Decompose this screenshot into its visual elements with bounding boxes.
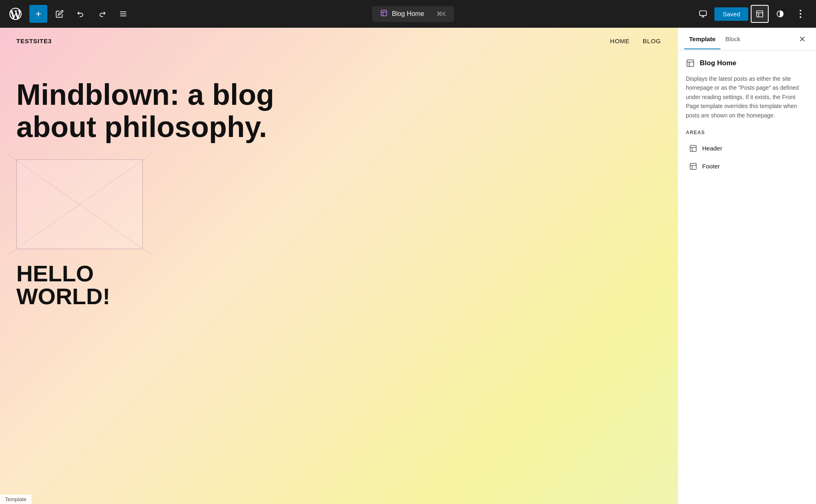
panel-close-button[interactable]: ✕ — [795, 32, 809, 46]
saved-button[interactable]: Saved — [714, 7, 748, 21]
header-area-icon — [689, 144, 697, 153]
canvas[interactable]: TESTSITE3 HOME BLOG Mindblown: a blog ab… — [0, 28, 677, 504]
add-block-button[interactable]: + — [29, 5, 47, 23]
canvas-header: TESTSITE3 HOME BLOG — [0, 28, 677, 54]
site-name: TESTSITE3 — [16, 38, 52, 44]
svg-rect-12 — [687, 60, 694, 67]
footer-area-icon — [689, 162, 697, 170]
svg-point-9 — [800, 10, 801, 11]
tab-block[interactable]: Block — [721, 29, 745, 49]
nav-blog[interactable]: BLOG — [643, 38, 661, 44]
more-options-button[interactable] — [792, 5, 809, 23]
layout-button[interactable] — [751, 5, 769, 23]
panel-tabs: Template Block ✕ — [678, 28, 816, 51]
area-item-footer[interactable]: Footer — [686, 158, 808, 175]
blog-home-button[interactable]: Blog Home ⌘K — [372, 6, 454, 22]
svg-rect-4 — [700, 11, 707, 16]
svg-rect-3 — [381, 10, 387, 16]
template-header: Blog Home — [686, 59, 808, 68]
panel-content: Blog Home Displays the latest posts as e… — [678, 51, 816, 504]
svg-point-10 — [800, 13, 801, 15]
svg-point-11 — [800, 16, 801, 18]
edit-button[interactable] — [51, 5, 69, 23]
styles-button[interactable] — [771, 5, 789, 23]
toolbar-right: Saved — [694, 5, 809, 23]
blog-tagline: Mindblown: a blog about philosophy. — [16, 79, 302, 143]
template-type-icon — [686, 59, 695, 68]
template-icon — [380, 9, 388, 19]
placeholder-image — [16, 159, 143, 249]
keyboard-shortcut: ⌘K — [437, 11, 446, 17]
nav-home[interactable]: HOME — [610, 38, 630, 44]
document-overview-button[interactable] — [114, 5, 132, 23]
toolbar: + — [0, 0, 816, 28]
svg-rect-7 — [757, 11, 763, 17]
template-description: Displays the latest posts as either the … — [686, 74, 808, 120]
template-title: Blog Home — [700, 59, 736, 67]
svg-rect-14 — [690, 163, 696, 169]
header-area-label: Header — [702, 145, 722, 152]
document-title-area: Blog Home ⌘K — [135, 6, 691, 22]
tab-template[interactable]: Template — [684, 29, 721, 49]
main-area: TESTSITE3 HOME BLOG Mindblown: a blog ab… — [0, 28, 816, 504]
right-panel: Template Block ✕ Blog Home Displays the … — [677, 28, 816, 504]
footer-area-label: Footer — [702, 163, 720, 170]
hello-world-heading: HELLOWORLD! — [16, 262, 661, 308]
redo-button[interactable] — [93, 5, 111, 23]
area-item-header[interactable]: Header — [686, 140, 808, 157]
nav-links: HOME BLOG — [610, 38, 661, 44]
wordpress-logo[interactable] — [7, 5, 24, 23]
undo-button[interactable] — [72, 5, 90, 23]
areas-label: AREAS — [686, 130, 808, 135]
blog-home-label: Blog Home — [392, 10, 424, 18]
bottom-template-label: Template — [0, 495, 31, 504]
canvas-content: Mindblown: a blog about philosophy. HELL… — [0, 54, 677, 324]
view-mode-button[interactable] — [694, 5, 712, 23]
svg-rect-13 — [690, 145, 696, 151]
